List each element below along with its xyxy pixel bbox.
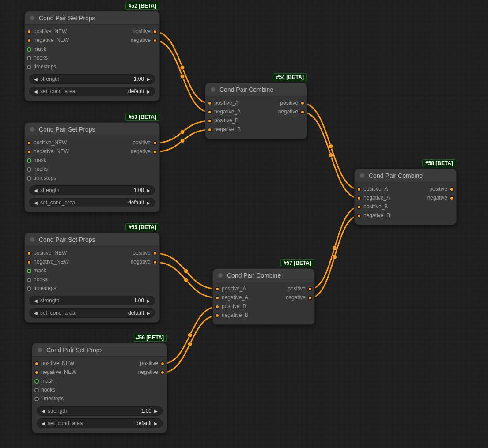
port-in-negative-a[interactable] <box>208 110 212 114</box>
node-cond-pair-set-props[interactable]: #52 [BETA] Cond Pair Set Props positive_… <box>24 11 160 101</box>
widget-label: strength <box>40 76 59 82</box>
node-title-bar[interactable]: Cond Pair Set Props <box>25 233 159 246</box>
node-title-bar[interactable]: Cond Pair Set Props <box>32 343 167 357</box>
node-badge: #52 [BETA] <box>125 2 159 10</box>
node-title-bar[interactable]: Cond Pair Combine <box>355 169 456 182</box>
port-in-negative-b[interactable] <box>215 313 219 318</box>
port-in-hooks[interactable] <box>27 167 31 172</box>
port-in-timesteps[interactable] <box>27 65 31 69</box>
port-in-negative-a[interactable] <box>215 296 219 300</box>
node-cond-pair-combine[interactable]: #57 [BETA] Cond Pair Combine positive_Ap… <box>212 268 315 325</box>
collapse-dot-icon[interactable] <box>30 127 34 132</box>
port-in-negative-a[interactable] <box>357 196 361 200</box>
decrement-arrow-icon[interactable]: ◀ <box>32 311 39 316</box>
port-in-hooks[interactable] <box>34 388 39 392</box>
node-badge: #53 [BETA] <box>125 113 159 121</box>
increment-arrow-icon[interactable]: ▶ <box>145 298 152 303</box>
decrement-arrow-icon[interactable]: ◀ <box>32 188 39 193</box>
widget-set-cond-area[interactable]: ◀set_cond_areadefault▶ <box>29 198 155 207</box>
port-out-negative[interactable] <box>153 38 157 43</box>
port-in-timesteps[interactable] <box>34 397 39 401</box>
port-in-mask[interactable] <box>34 379 39 384</box>
collapse-dot-icon[interactable] <box>30 16 34 20</box>
port-in-negative-new[interactable] <box>27 260 31 264</box>
port-in-positive-b[interactable] <box>215 305 219 309</box>
port-out-negative[interactable] <box>153 150 157 154</box>
port-in-positive-new[interactable] <box>34 361 39 366</box>
port-out-positive[interactable] <box>153 30 157 34</box>
decrement-arrow-icon[interactable]: ◀ <box>32 89 39 94</box>
node-title-bar[interactable]: Cond Pair Combine <box>205 83 307 96</box>
port-in-positive-new[interactable] <box>27 251 31 256</box>
increment-arrow-icon[interactable]: ▶ <box>145 188 152 193</box>
increment-arrow-icon[interactable]: ▶ <box>145 200 152 205</box>
increment-arrow-icon[interactable]: ▶ <box>152 409 159 414</box>
node-cond-pair-set-props[interactable]: #53 [BETA] Cond Pair Set Props positive_… <box>24 122 160 212</box>
port-in-positive-new[interactable] <box>27 30 31 34</box>
widget-strength[interactable]: ◀ strength 1.00 ▶ <box>29 74 155 84</box>
decrement-arrow-icon[interactable]: ◀ <box>32 298 39 303</box>
port-in-mask[interactable] <box>27 47 31 52</box>
collapse-dot-icon[interactable] <box>30 237 34 242</box>
increment-arrow-icon[interactable]: ▶ <box>145 77 152 82</box>
widget-strength[interactable]: ◀strength1.00▶ <box>29 296 155 305</box>
port-in-hooks[interactable] <box>27 278 31 282</box>
port-in-timesteps[interactable] <box>27 176 31 181</box>
input-label: positive_A <box>214 100 238 106</box>
input-label: negative_A <box>222 294 248 301</box>
increment-arrow-icon[interactable]: ▶ <box>152 421 159 426</box>
increment-arrow-icon[interactable]: ▶ <box>145 89 152 94</box>
decrement-arrow-icon[interactable]: ◀ <box>40 421 47 426</box>
port-out-positive[interactable] <box>153 251 157 256</box>
port-in-negative-b[interactable] <box>208 128 212 132</box>
widget-strength[interactable]: ◀strength1.00▶ <box>37 406 163 416</box>
port-in-mask[interactable] <box>27 269 31 273</box>
port-in-mask[interactable] <box>27 158 31 163</box>
port-in-timesteps[interactable] <box>27 286 31 291</box>
collapse-dot-icon[interactable] <box>211 87 215 92</box>
node-cond-pair-set-props[interactable]: #56 [BETA] Cond Pair Set Props positive_… <box>32 343 167 433</box>
port-out-positive[interactable] <box>300 101 305 105</box>
decrement-arrow-icon[interactable]: ◀ <box>32 200 39 205</box>
collapse-dot-icon[interactable] <box>360 173 364 178</box>
port-out-positive[interactable] <box>153 141 157 145</box>
widget-label: strength <box>40 187 59 193</box>
widget-set-cond-area[interactable]: ◀set_cond_areadefault▶ <box>37 418 163 428</box>
port-out-positive[interactable] <box>450 187 454 192</box>
widget-set-cond-area[interactable]: ◀set_cond_areadefault▶ <box>29 308 155 318</box>
node-title-bar[interactable]: Cond Pair Set Props <box>25 123 159 136</box>
increment-arrow-icon[interactable]: ▶ <box>145 311 152 316</box>
node-cond-pair-combine[interactable]: #54 [BETA] Cond Pair Combine positive_Ap… <box>205 83 307 139</box>
port-out-negative[interactable] <box>153 260 157 264</box>
output-label: positive <box>288 286 306 292</box>
port-in-positive-a[interactable] <box>208 101 212 105</box>
node-title-bar[interactable]: Cond Pair Set Props <box>25 11 159 25</box>
input-label: negative_A <box>214 109 241 115</box>
widget-strength[interactable]: ◀strength1.00▶ <box>29 185 155 195</box>
decrement-arrow-icon[interactable]: ◀ <box>40 409 47 414</box>
decrement-arrow-icon[interactable]: ◀ <box>32 77 39 82</box>
port-out-negative[interactable] <box>160 370 165 375</box>
port-out-negative[interactable] <box>300 110 305 114</box>
port-in-positive-b[interactable] <box>357 205 361 209</box>
node-title-bar[interactable]: Cond Pair Combine <box>213 269 314 282</box>
port-out-negative[interactable] <box>450 196 454 200</box>
port-out-negative[interactable] <box>308 296 312 300</box>
port-in-negative-new[interactable] <box>34 370 39 375</box>
collapse-dot-icon[interactable] <box>38 348 42 352</box>
port-in-positive-a[interactable] <box>215 287 219 291</box>
port-in-negative-new[interactable] <box>27 150 31 154</box>
port-in-hooks[interactable] <box>27 56 31 60</box>
input-label: positive_NEW <box>34 28 67 34</box>
port-out-positive[interactable] <box>308 287 312 291</box>
collapse-dot-icon[interactable] <box>218 273 223 278</box>
port-in-negative-new[interactable] <box>27 38 31 43</box>
port-in-positive-a[interactable] <box>357 187 361 192</box>
port-in-negative-b[interactable] <box>357 214 361 218</box>
port-in-positive-new[interactable] <box>27 141 31 145</box>
port-out-positive[interactable] <box>160 361 165 366</box>
node-cond-pair-set-props[interactable]: #55 [BETA] Cond Pair Set Props positive_… <box>24 233 160 323</box>
widget-set-cond-area[interactable]: ◀ set_cond_area default ▶ <box>29 87 155 96</box>
node-cond-pair-combine[interactable]: #58 [BETA] Cond Pair Combine positive_Ap… <box>354 169 457 225</box>
port-in-positive-b[interactable] <box>208 119 212 123</box>
